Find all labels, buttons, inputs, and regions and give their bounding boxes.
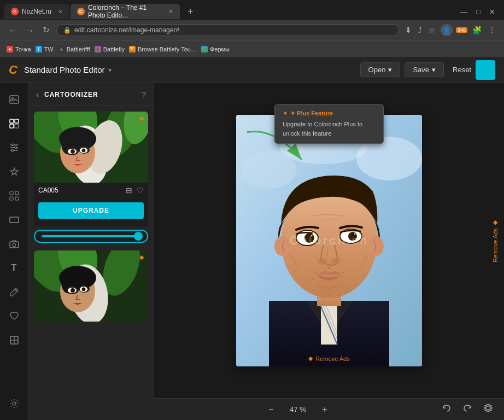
bottom-bar: − 47 % + <box>154 398 504 420</box>
svg-rect-12 <box>10 191 13 195</box>
tooltip-body: Upgrade to Colorcinch Plus to unlock thi… <box>283 120 376 138</box>
svg-rect-14 <box>10 197 13 200</box>
svg-point-53 <box>82 288 86 291</box>
colorcinch-favicon: C <box>77 8 85 15</box>
filter-ca005-settings[interactable]: ⊟ <box>126 186 132 195</box>
save-dropdown-icon: ▾ <box>432 66 436 74</box>
remove-ads-right-label: Remove Ads <box>492 228 499 262</box>
sidebar-adjust-btn[interactable] <box>4 138 24 158</box>
zoom-in-button[interactable]: + <box>318 403 331 416</box>
undo-icon <box>442 403 452 413</box>
bookmark-tw[interactable]: T TW <box>36 46 54 52</box>
save-label: Save <box>413 66 429 74</box>
undo-button[interactable] <box>439 403 454 416</box>
extensions-icon[interactable]: 🧩 <box>471 26 483 34</box>
sidebar-filters-btn[interactable] <box>4 114 24 133</box>
sidebar-camera-btn[interactable] <box>4 234 24 254</box>
filter-ca005[interactable]: ◆ CA005 ⊟ ♡ UPGRADE <box>34 112 148 246</box>
bookmarks-bar: ● Точка T TW ⚔ Battlerifff 🦋 Battlefly 🏆… <box>0 40 504 57</box>
sidebar-image-btn[interactable] <box>4 90 24 109</box>
open-button[interactable]: Open ▾ <box>360 62 401 77</box>
bookmark-browse-icon: 🏆 <box>129 46 136 52</box>
sidebar-sticker-btn[interactable] <box>4 330 24 350</box>
download-icon[interactable]: ⬇ <box>403 26 413 34</box>
sidebar-retouch-btn[interactable] <box>4 162 24 182</box>
back-button[interactable]: ← <box>7 25 19 36</box>
svg-point-1 <box>11 98 13 100</box>
remove-ads-label: Remove Ads <box>315 355 349 362</box>
remove-ads-right[interactable]: ◆ Remove Ads <box>492 219 499 262</box>
share-icon[interactable]: ⤴ <box>417 26 424 34</box>
sidebar-frames-btn[interactable] <box>4 210 24 230</box>
filter-ca005-name: CA005 <box>38 186 58 194</box>
slider-thumb[interactable] <box>134 232 143 241</box>
tab-colorcinch[interactable]: C Colorcinch – The #1 Photo Edito… ✕ <box>71 4 180 19</box>
retouch-icon <box>9 166 20 177</box>
sidebar-text-btn[interactable]: T <box>4 258 24 278</box>
maximize-btn[interactable]: □ <box>474 8 483 16</box>
svg-point-78 <box>354 234 356 235</box>
remove-ads-diamond-icon: ◆ <box>308 355 313 362</box>
svg-point-81 <box>315 272 316 273</box>
sidebar-settings-btn[interactable] <box>4 394 24 413</box>
svg-point-38 <box>82 149 86 153</box>
bookmark-tw-icon: T <box>36 46 42 52</box>
notification-badge: 346 <box>456 27 467 33</box>
new-tab-button[interactable]: + <box>184 6 197 18</box>
bookmark-battlerifff-label: Battlerifff <box>67 46 90 52</box>
svg-point-79 <box>318 258 327 265</box>
panel-title: CARTOONIZER <box>44 91 142 98</box>
svg-point-18 <box>13 243 16 247</box>
canvas-area: Colorcinch ◆ Remove Ads ✦ ✦ Plus Feature… <box>154 83 504 420</box>
open-label: Open <box>368 66 386 74</box>
upgrade-button[interactable]: UPGRADE <box>38 202 144 219</box>
bookmark-tochka[interactable]: ● Точка <box>7 46 31 52</box>
save-button[interactable]: Save ▾ <box>405 62 444 77</box>
bookmark-battlefly-icon: 🦋 <box>95 46 101 52</box>
main-canvas-image: Colorcinch ◆ Remove Ads <box>236 115 422 366</box>
image-icon <box>9 94 20 105</box>
zoom-out-button[interactable]: − <box>265 403 278 416</box>
bookmark-icon[interactable]: ☆ <box>427 26 437 34</box>
bookmark-browse[interactable]: 🏆 Browse Battlefy Tou… <box>129 46 197 52</box>
svg-point-84 <box>341 276 342 277</box>
bookmark-battlefly[interactable]: 🦋 Battlefly <box>95 46 125 52</box>
camera-icon <box>9 238 20 249</box>
bookmark-battlerifff[interactable]: ⚔ Battlerifff <box>58 46 90 52</box>
sidebar-draw-btn[interactable] <box>4 282 24 302</box>
filter-ca006[interactable]: ◆ <box>34 250 148 322</box>
draw-icon <box>9 287 20 298</box>
color-picker-btn[interactable] <box>476 60 495 80</box>
menu-icon[interactable]: ⋮ <box>487 26 497 34</box>
remove-ads-right-diamond: ◆ <box>493 219 497 226</box>
svg-point-71 <box>304 233 314 243</box>
filter-slider[interactable] <box>34 230 148 243</box>
bookmark-browse-label: Browse Battlefy Tou… <box>138 46 197 52</box>
profile-icon[interactable]: 👤 <box>441 24 453 36</box>
sidebar-favorites-btn[interactable] <box>4 306 24 326</box>
reset-button[interactable]: Reset <box>453 66 471 74</box>
address-bar[interactable]: 🔒 edit.cartoonize.net/image-manager# <box>56 24 399 36</box>
app: C Standard Photo Editor ▾ Open ▾ Save ▾ … <box>0 57 504 420</box>
app-title: Standard Photo Editor <box>24 65 105 74</box>
remove-ads-bottom[interactable]: ◆ Remove Ads <box>308 355 349 362</box>
panel-help-button[interactable]: ? <box>142 90 146 99</box>
filter-ca005-heart[interactable]: ♡ <box>137 186 144 195</box>
reload-button[interactable]: ↻ <box>40 24 52 36</box>
open-dropdown-icon: ▾ <box>388 66 392 74</box>
forward-button[interactable]: → <box>24 25 36 36</box>
tab-noz[interactable]: ✕ NozNet.ru ✕ <box>4 4 69 19</box>
panel-back-button[interactable]: ‹ <box>36 90 39 99</box>
bookmark-fermy[interactable]: 🌿 Фермы <box>201 46 230 52</box>
tab-colorcinch-close[interactable]: ✕ <box>168 8 173 15</box>
svg-point-68 <box>368 236 384 256</box>
bookmark-tw-label: TW <box>44 46 54 52</box>
sidebar-grid-btn[interactable] <box>4 186 24 206</box>
redo-button[interactable] <box>460 403 474 416</box>
svg-point-85 <box>343 272 344 273</box>
title-dropdown-icon[interactable]: ▾ <box>108 66 112 74</box>
minimize-btn[interactable]: — <box>458 8 470 16</box>
tab-noz-close[interactable]: ✕ <box>58 8 63 15</box>
layers-button[interactable] <box>481 403 495 416</box>
close-btn[interactable]: ✕ <box>487 8 497 16</box>
